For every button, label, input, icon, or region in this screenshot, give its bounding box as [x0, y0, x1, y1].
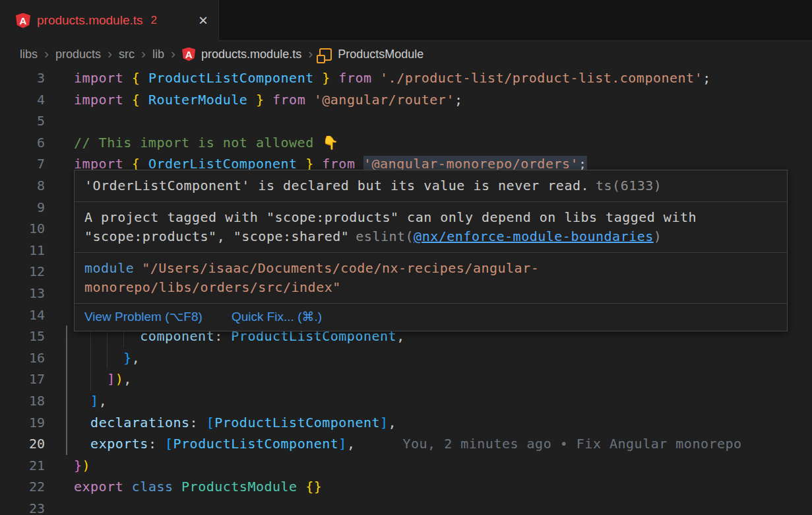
line-number: 11: [0, 240, 45, 261]
code-text: ]),: [74, 368, 132, 390]
breadcrumb-item-filename[interactable]: products.module.ts: [201, 48, 301, 61]
breadcrumb-item-lib[interactable]: lib: [152, 48, 164, 61]
line-number: 4: [0, 89, 45, 111]
chevron-right-icon: ›: [141, 46, 146, 62]
code-line[interactable]: 3import { ProductListComponent } from '.…: [0, 67, 812, 89]
close-tab-icon[interactable]: ×: [199, 13, 208, 28]
code-text: },: [74, 347, 140, 369]
hover-popup: 'OrderListComponent' is declared but its…: [74, 170, 788, 331]
modified-lines-indicator: [66, 326, 67, 455]
line-number: 21: [0, 455, 45, 477]
breadcrumb-item-src[interactable]: src: [119, 48, 135, 61]
hover-diagnostic-eslint: A project tagged with "scope:products" c…: [75, 202, 787, 253]
code-editor: 3import { ProductListComponent } from '.…: [0, 67, 812, 514]
hover-diagnostic-ts: 'OrderListComponent' is declared but its…: [75, 170, 787, 202]
line-number: 13: [0, 283, 45, 304]
line-number: 18: [0, 390, 45, 412]
line-number: 12: [0, 261, 45, 283]
code-line[interactable]: 4import { RouterModule } from '@angular/…: [0, 89, 812, 111]
angular-icon: A: [16, 13, 30, 28]
code-text: export class ProductsModule {}: [74, 476, 322, 498]
tab-products-module[interactable]: A products.module.ts 2 ×: [0, 0, 219, 41]
view-problem-action[interactable]: View Problem (⌥F8): [84, 309, 203, 324]
breadcrumb-item-symbol[interactable]: ProductsModule: [338, 48, 423, 61]
code-line[interactable]: 5: [0, 110, 812, 132]
indent-guide: [90, 347, 91, 369]
git-blame-annotation: You, 2 minutes ago • Fix Angular monorep…: [402, 436, 741, 452]
chevron-right-icon: ›: [307, 46, 313, 62]
indent-guide: [107, 347, 108, 369]
code-text: // This import is not allowed 👇: [74, 132, 339, 154]
code-line[interactable]: 17 ]),: [0, 368, 812, 390]
indent-guide: [90, 368, 91, 390]
breadcrumb-item-libs[interactable]: libs: [20, 48, 38, 61]
chevron-right-icon: ›: [107, 46, 113, 62]
code-line[interactable]: 20 exports: [ProductListComponent],You, …: [0, 433, 812, 455]
code-line[interactable]: 18 ],: [0, 390, 812, 412]
line-number: 8: [0, 175, 45, 197]
code-line[interactable]: 21}): [0, 455, 812, 477]
line-number: 22: [0, 476, 45, 498]
tab-bar: A products.module.ts 2 ×: [0, 0, 812, 41]
code-line[interactable]: 22export class ProductsModule {}: [0, 476, 812, 498]
angular-icon: A: [182, 48, 195, 61]
code-line[interactable]: 19 declarations: [ProductListComponent],: [0, 412, 812, 434]
code-text: exports: [ProductListComponent],You, 2 m…: [74, 433, 742, 455]
line-number: 23: [0, 498, 45, 514]
line-number: 19: [0, 412, 45, 434]
chevron-right-icon: ›: [44, 46, 49, 62]
code-line[interactable]: 6// This import is not allowed 👇: [0, 132, 812, 154]
eslint-source-prefix: eslint(: [356, 228, 414, 244]
line-number: 17: [0, 368, 45, 390]
code-text: declarations: [ProductListComponent],: [74, 412, 396, 434]
class-symbol-icon: [319, 48, 332, 61]
line-number: 20: [0, 433, 45, 455]
line-number: 6: [0, 132, 45, 154]
line-number: 7: [0, 153, 45, 175]
code-text: import { RouterModule } from '@angular/r…: [74, 89, 463, 111]
problems-badge: 2: [151, 14, 157, 27]
hover-actions: View Problem (⌥F8) Quick Fix... (⌘.): [75, 304, 787, 331]
breadcrumb: libs › products › src › lib › A products…: [0, 41, 812, 67]
ts-diagnostic-message: 'OrderListComponent' is declared but its…: [84, 178, 589, 193]
line-number: 5: [0, 110, 45, 132]
module-path: "/Users/isaac/Documents/code/nx-recipes/…: [84, 260, 539, 295]
code-text: import { ProductListComponent } from './…: [74, 67, 711, 89]
tab-filename: products.module.ts: [37, 13, 143, 28]
breadcrumb-item-products[interactable]: products: [55, 48, 101, 61]
module-keyword: module: [84, 260, 134, 276]
line-number: 10: [0, 218, 45, 240]
ts-diagnostic-source: ts(6133): [596, 178, 662, 193]
line-number: 14: [0, 304, 45, 326]
eslint-rule-link[interactable]: @nx/enforce-module-boundaries: [414, 228, 654, 244]
code-text: }): [74, 455, 90, 477]
code-line[interactable]: 16 },: [0, 347, 812, 369]
line-number: 16: [0, 347, 45, 369]
line-number: 9: [0, 197, 45, 219]
code-text: ],: [74, 390, 107, 412]
quick-fix-action[interactable]: Quick Fix... (⌘.): [232, 309, 322, 324]
hover-module-info: module"/Users/isaac/Documents/code/nx-re…: [75, 253, 787, 304]
vscode-window: A products.module.ts 2 × libs › products…: [0, 0, 812, 514]
code-line[interactable]: 23: [0, 498, 812, 514]
chevron-right-icon: ›: [170, 46, 176, 62]
line-number: 15: [0, 326, 45, 347]
line-number: 3: [0, 67, 45, 89]
eslint-source-suffix: ): [654, 228, 662, 244]
